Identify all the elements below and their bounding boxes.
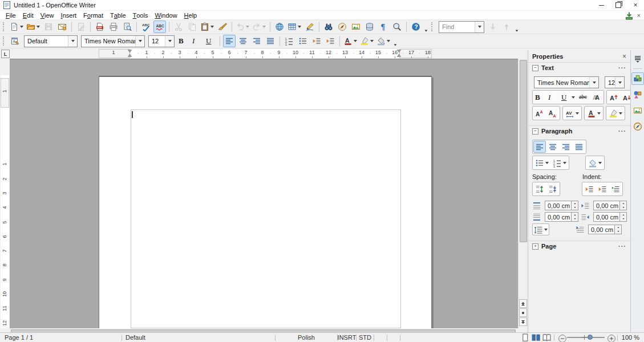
panel-font-name-combo[interactable]: Times New Roman xyxy=(534,76,599,88)
background-color-button[interactable] xyxy=(376,35,391,47)
align-right-button[interactable] xyxy=(560,141,572,153)
after-text-indent-field[interactable]: 0,00 cm xyxy=(593,212,627,222)
text-boundary[interactable] xyxy=(131,109,401,328)
toolbar-grip[interactable] xyxy=(3,22,7,31)
menu-tools[interactable]: Tools xyxy=(129,11,152,19)
spellcheck-button[interactable]: ABC xyxy=(140,21,152,33)
menu-window[interactable]: Window xyxy=(151,11,180,19)
bold-button[interactable]: B xyxy=(177,35,189,47)
underline-button[interactable]: U xyxy=(560,91,577,103)
paragraph-style-combo-dropdown-icon[interactable] xyxy=(68,36,77,47)
multi-page-view-button[interactable] xyxy=(531,333,541,342)
menu-view[interactable]: View xyxy=(37,11,58,19)
numbering-on-off-button[interactable]: 1.2.3. xyxy=(283,35,295,47)
numbering-button[interactable]: 1.2.3. xyxy=(551,157,568,169)
character-dialog-button[interactable]: AA xyxy=(590,91,603,103)
page-preview-button[interactable] xyxy=(121,21,133,33)
menu-format[interactable]: Format xyxy=(80,11,107,19)
align-left-button[interactable] xyxy=(223,35,236,47)
tab-stop-selector[interactable]: L xyxy=(1,50,10,58)
paste-dropdown-icon[interactable] xyxy=(209,21,214,32)
toolbar-overflow-icon[interactable] xyxy=(423,21,430,33)
language-status[interactable]: Polish xyxy=(276,333,337,342)
background-color-dropdown-icon[interactable] xyxy=(386,35,391,47)
increase-indent-button[interactable] xyxy=(583,183,596,195)
open-dropdown-icon[interactable] xyxy=(35,21,40,32)
toolbar-overflow-icon[interactable] xyxy=(392,35,399,47)
highlighting-button[interactable] xyxy=(359,35,375,47)
export-pdf-button[interactable]: PDF xyxy=(94,21,106,33)
below-paragraph-spacing-field-value[interactable]: 0,00 cm xyxy=(545,212,572,222)
next-page-button[interactable] xyxy=(519,317,527,326)
font-name-combo-dropdown-icon[interactable] xyxy=(135,36,144,47)
tab-properties-button[interactable] xyxy=(631,72,644,85)
page-section-header[interactable]: + Page ··· xyxy=(528,241,630,251)
zoom-slider-thumb[interactable] xyxy=(588,335,593,340)
minimize-button[interactable] xyxy=(593,0,610,10)
before-text-indent-field[interactable]: 0,00 cm xyxy=(593,201,627,210)
zoom-slider[interactable] xyxy=(554,334,617,341)
page-section-more-icon[interactable]: ··· xyxy=(618,243,626,250)
clone-formatting-button[interactable] xyxy=(216,21,229,33)
highlighting-color-button[interactable] xyxy=(607,107,624,119)
close-button[interactable]: × xyxy=(627,0,644,10)
hyperlink-button[interactable] xyxy=(273,21,286,33)
superscript-button[interactable]: AA xyxy=(533,107,546,119)
tab-gallery-button[interactable] xyxy=(631,104,644,117)
vertical-scrollbar[interactable] xyxy=(518,59,528,328)
line-spacing-button[interactable] xyxy=(532,223,549,235)
paragraph-section-header[interactable]: − Paragraph ··· xyxy=(528,125,630,136)
font-color-button[interactable]: A xyxy=(343,35,358,47)
open-button[interactable] xyxy=(26,21,41,33)
paragraph-style-combo[interactable]: Default xyxy=(24,35,78,47)
paste-button[interactable] xyxy=(200,21,215,33)
before-text-indent-field-stepper[interactable] xyxy=(620,201,627,210)
sidebar-menu-button[interactable] xyxy=(631,52,644,65)
after-text-indent-field-stepper[interactable] xyxy=(620,212,627,222)
align-justify-button[interactable] xyxy=(573,141,585,153)
menu-file[interactable]: File xyxy=(2,11,19,19)
above-paragraph-spacing-field-value[interactable]: 0,00 cm xyxy=(545,201,572,210)
align-center-button[interactable] xyxy=(237,35,249,47)
text-section-more-icon[interactable]: ··· xyxy=(618,64,626,71)
font-size-combo[interactable]: 12 xyxy=(148,35,175,47)
zoom-button[interactable] xyxy=(391,21,403,33)
panel-font-size-combo-dropdown-icon[interactable] xyxy=(615,77,624,88)
decrease-paragraph-spacing-button[interactable] xyxy=(546,183,559,195)
font-size-combo-dropdown-icon[interactable] xyxy=(165,36,174,47)
paragraph-section-more-icon[interactable]: ··· xyxy=(618,128,626,135)
bold-button[interactable]: B xyxy=(533,91,546,103)
left-margin-marker-icon[interactable] xyxy=(128,50,133,57)
horizontal-ruler[interactable]: L 11·2·3·4·5·6·7·8·9·10·11·12·13·14·15·1… xyxy=(0,48,528,59)
highlighting-dropdown-icon[interactable] xyxy=(369,35,374,47)
align-justify-button[interactable] xyxy=(264,35,277,47)
below-paragraph-spacing-field[interactable]: 0,00 cm xyxy=(545,212,578,222)
toolbar-grip[interactable] xyxy=(3,36,7,46)
restore-button[interactable] xyxy=(610,0,627,10)
panel-close-icon[interactable]: × xyxy=(622,52,626,60)
find-input-dropdown-icon[interactable] xyxy=(475,22,484,32)
above-paragraph-spacing-field-stepper[interactable] xyxy=(572,201,578,210)
strikethrough-button[interactable]: abc xyxy=(577,91,590,103)
below-paragraph-spacing-field-stepper[interactable] xyxy=(572,212,578,222)
insert-table-dropdown-icon[interactable] xyxy=(297,21,302,32)
first-line-indent-field-value[interactable]: 0,00 cm xyxy=(588,225,615,234)
zoom-percentage[interactable]: 100 % xyxy=(618,333,644,342)
book-view-button[interactable] xyxy=(542,333,552,342)
menu-help[interactable]: Help xyxy=(181,11,201,19)
above-paragraph-spacing-field[interactable]: 0,00 cm xyxy=(545,201,578,210)
zoom-slider-track[interactable] xyxy=(567,337,605,338)
toolbar-grip[interactable] xyxy=(431,22,435,31)
new-document-dropdown-icon[interactable] xyxy=(19,21,24,32)
increase-font-size-button[interactable]: A xyxy=(607,91,620,103)
after-text-indent-field-value[interactable]: 0,00 cm xyxy=(593,212,620,222)
previous-page-button[interactable] xyxy=(519,299,527,308)
vertical-scrollbar-thumb[interactable] xyxy=(520,60,527,242)
right-margin-marker-icon[interactable] xyxy=(397,50,402,57)
font-color-dropdown-icon[interactable] xyxy=(353,35,358,47)
underline-button[interactable]: U xyxy=(204,35,217,47)
collapse-icon[interactable]: − xyxy=(532,65,538,71)
help-button[interactable]: ? xyxy=(410,21,422,33)
menu-insert[interactable]: Insert xyxy=(58,11,80,19)
styles-and-formatting-button[interactable]: A xyxy=(9,35,22,47)
